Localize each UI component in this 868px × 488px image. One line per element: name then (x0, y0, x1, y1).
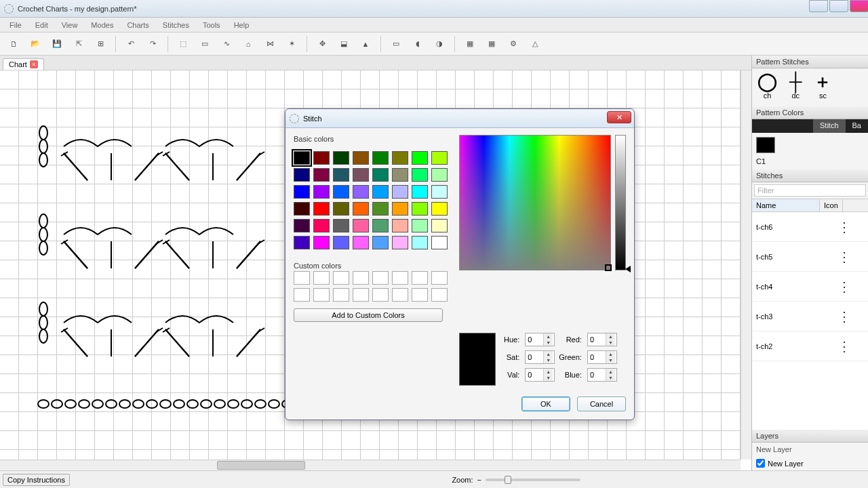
menu-help[interactable]: Help (227, 19, 256, 31)
basic-color-swatch[interactable] (412, 219, 428, 232)
basic-color-swatch[interactable] (412, 236, 428, 249)
custom-swatch[interactable] (294, 271, 310, 285)
tool-pointer[interactable]: ⬚ (174, 35, 193, 54)
tool-undo[interactable]: ↶ (121, 35, 140, 54)
cancel-button[interactable]: Cancel (577, 396, 626, 411)
red-input[interactable]: ▲▼ (587, 333, 617, 346)
green-input[interactable]: ▲▼ (587, 350, 617, 364)
hue-input[interactable]: ▲▼ (525, 333, 555, 346)
zoom-out-icon[interactable]: − (477, 476, 481, 484)
tool-rounded[interactable]: ◖ (408, 35, 427, 54)
basic-color-swatch[interactable] (294, 168, 310, 182)
tool-export[interactable]: ⇱ (69, 35, 88, 54)
basic-color-swatch[interactable] (372, 202, 389, 216)
basic-color-swatch[interactable] (313, 202, 330, 216)
color-swatch-c1[interactable] (756, 137, 775, 153)
stitch-ch[interactable]: ◯ch (757, 73, 777, 100)
basic-color-swatch[interactable] (392, 185, 408, 199)
tool-gear[interactable]: ⚙ (504, 35, 523, 54)
menu-charts[interactable]: Charts (120, 19, 155, 31)
basic-color-swatch[interactable] (431, 168, 448, 182)
copy-instructions-button[interactable]: Copy Instructions (3, 474, 70, 486)
custom-swatch[interactable] (372, 271, 389, 285)
stitch-row[interactable]: t-ch4⋮ (752, 272, 868, 302)
col-name[interactable]: Name (752, 199, 820, 211)
val-input[interactable]: ▲▼ (525, 368, 555, 382)
stitch-filter-input[interactable]: Filter (754, 184, 866, 197)
basic-color-swatch[interactable] (412, 168, 428, 182)
basic-color-swatch[interactable] (313, 168, 330, 182)
basic-color-swatch[interactable] (353, 202, 369, 216)
stitch-row[interactable]: t-ch5⋮ (752, 242, 868, 272)
basic-color-swatch[interactable] (412, 185, 428, 199)
layer-item[interactable]: New Layer (752, 456, 868, 470)
basic-color-swatch[interactable] (313, 185, 330, 199)
basic-color-swatch[interactable] (431, 151, 448, 165)
tool-select[interactable]: ▭ (195, 35, 214, 54)
custom-swatch[interactable] (333, 271, 349, 285)
basic-color-swatch[interactable] (333, 219, 349, 232)
tool-target[interactable]: ✶ (282, 35, 301, 54)
stitch-row[interactable]: t-ch2⋮ (752, 331, 868, 361)
custom-swatch[interactable] (294, 288, 310, 302)
basic-color-swatch[interactable] (392, 151, 408, 165)
tool-grid2[interactable]: ▦ (482, 35, 501, 54)
tool-rect[interactable]: ▭ (387, 35, 406, 54)
menu-view[interactable]: View (55, 19, 85, 31)
ok-button[interactable]: OK (521, 396, 570, 411)
basic-color-swatch[interactable] (353, 219, 369, 232)
basic-color-swatch[interactable] (372, 236, 389, 249)
blue-input[interactable]: ▲▼ (587, 368, 617, 382)
canvas-hscroll[interactable] (0, 460, 741, 470)
colortab-back[interactable]: Ba (846, 119, 868, 133)
custom-swatch[interactable] (333, 288, 349, 302)
zoom-slider[interactable] (486, 479, 580, 481)
sat-input[interactable]: ▲▼ (525, 350, 555, 364)
custom-swatch[interactable] (431, 271, 448, 285)
add-to-custom-button[interactable]: Add to Custom Colors (294, 308, 443, 322)
window-close-button[interactable] (850, 0, 868, 12)
colortab-stitch[interactable]: Stitch (813, 119, 846, 133)
canvas-vscroll[interactable] (741, 70, 751, 460)
tab-chart[interactable]: Chart × (3, 58, 44, 70)
basic-color-swatch[interactable] (353, 236, 369, 249)
menu-file[interactable]: File (3, 19, 28, 31)
basic-color-swatch[interactable] (333, 202, 349, 216)
basic-color-swatch[interactable] (294, 219, 310, 232)
window-minimize-button[interactable] (809, 0, 828, 12)
basic-color-swatch[interactable] (431, 219, 448, 232)
custom-swatch[interactable] (412, 288, 428, 302)
tool-house[interactable]: ⌂ (239, 35, 258, 54)
menu-modes[interactable]: Modes (84, 19, 120, 31)
basic-color-swatch[interactable] (294, 185, 310, 199)
tool-chart[interactable]: ⊞ (91, 35, 110, 54)
value-slider[interactable] (615, 135, 626, 270)
custom-swatch[interactable] (392, 271, 408, 285)
tool-shape[interactable]: ◑ (430, 35, 449, 54)
custom-swatch[interactable] (353, 271, 369, 285)
menu-edit[interactable]: Edit (28, 19, 55, 31)
custom-swatch[interactable] (372, 288, 389, 302)
basic-color-swatch[interactable] (431, 236, 448, 249)
stitch-sc[interactable]: ＋sc (814, 73, 831, 100)
basic-color-swatch[interactable] (294, 151, 310, 165)
basic-color-swatch[interactable] (372, 185, 389, 199)
basic-color-swatch[interactable] (353, 168, 369, 182)
basic-color-swatch[interactable] (392, 236, 408, 249)
custom-swatch[interactable] (353, 288, 369, 302)
basic-color-swatch[interactable] (431, 185, 448, 199)
custom-swatch[interactable] (412, 271, 428, 285)
stitch-dc[interactable]: ┼dc (789, 73, 802, 100)
stitch-list[interactable]: t-ch6⋮t-ch5⋮t-ch4⋮t-ch3⋮t-ch2⋮ (752, 212, 868, 430)
dialog-close-button[interactable]: ✕ (607, 111, 631, 123)
basic-color-swatch[interactable] (353, 185, 369, 199)
custom-swatch[interactable] (392, 288, 408, 302)
menu-tools[interactable]: Tools (196, 19, 227, 31)
window-maximize-button[interactable] (829, 0, 848, 12)
tool-curve[interactable]: ∿ (217, 35, 236, 54)
basic-color-swatch[interactable] (392, 219, 408, 232)
basic-color-swatch[interactable] (372, 168, 389, 182)
basic-color-swatch[interactable] (313, 236, 330, 249)
custom-swatch[interactable] (313, 288, 330, 302)
tool-open[interactable]: 📂 (26, 35, 45, 54)
